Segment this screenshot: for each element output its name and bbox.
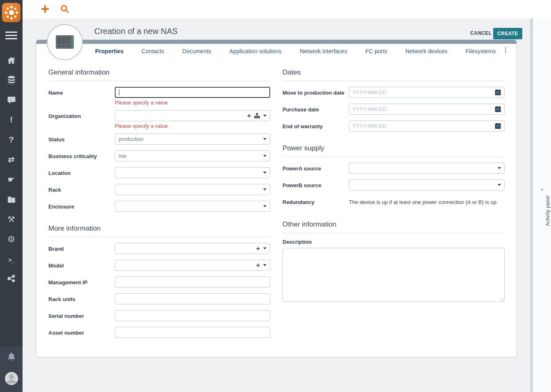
rack-select[interactable]	[115, 184, 270, 195]
description-textarea[interactable]	[282, 248, 505, 302]
quick-create-icon[interactable]	[41, 5, 50, 14]
tab-application-solutions[interactable]: Application solutions	[229, 48, 282, 54]
organization-combo[interactable]: +	[115, 110, 270, 121]
rack-label: Rack	[48, 184, 115, 195]
field-row: Rack	[48, 184, 270, 195]
management-ip-input[interactable]	[115, 276, 270, 288]
hierarchy-icon[interactable]	[254, 113, 260, 118]
tab-filesystems[interactable]: Filesystems	[465, 48, 496, 54]
transfer-icon[interactable]: ⇄	[0, 155, 23, 164]
field-row: End of warranty YYYY-MM-DD	[282, 120, 505, 131]
main-content: Creation of a new NAS CANCEL CREATE Prop…	[23, 18, 530, 392]
menu-toggle-icon[interactable]	[5, 32, 17, 41]
section-more-information: More information	[48, 224, 270, 237]
form-column-left: General information Name Please specify …	[48, 68, 270, 344]
name-input[interactable]	[115, 87, 270, 98]
itop-logo[interactable]	[2, 3, 20, 22]
card-top-strip	[36, 40, 517, 44]
section-other-information: Other information	[282, 220, 505, 233]
share-icon[interactable]	[0, 274, 23, 283]
section-general-information: General information	[48, 68, 270, 81]
dropdown-caret-icon[interactable]	[263, 115, 266, 117]
database-icon[interactable]	[0, 75, 23, 84]
global-search-icon[interactable]	[60, 5, 69, 15]
serial-number-label: Serial number	[48, 310, 115, 321]
page-title: Creation of a new NAS	[94, 27, 178, 36]
tab-documents[interactable]: Documents	[182, 48, 212, 54]
create-button[interactable]: CREATE	[493, 28, 522, 39]
text-cursor	[119, 89, 119, 95]
organization-error: Please specify a value	[115, 123, 270, 129]
status-select[interactable]: production	[115, 134, 270, 145]
field-row: Location	[48, 167, 270, 178]
dropdown-caret-icon	[263, 172, 266, 174]
tab-properties[interactable]: Properties	[95, 48, 123, 54]
helping-hand-icon[interactable]: ☛	[0, 175, 23, 184]
dropdown-caret-icon[interactable]	[263, 264, 266, 266]
nas-device-icon	[54, 33, 76, 52]
activity-panel-expand-icon[interactable]: ‹	[533, 186, 551, 193]
brand-combo[interactable]: +	[115, 243, 270, 254]
move-to-production-date-label: Move to production date	[282, 87, 349, 98]
field-row: Serial number	[48, 310, 270, 321]
business-criticality-label: Business criticality	[48, 150, 115, 161]
tab-contacts[interactable]: Contacts	[141, 48, 164, 54]
name-label: Name	[48, 87, 115, 106]
serial-number-input[interactable]	[115, 310, 270, 321]
activity-panel-collapsed[interactable]: ‹ Activity panel	[533, 18, 551, 392]
move-to-production-date-input[interactable]: YYYY-MM-DD	[349, 87, 505, 98]
dropdown-caret-icon	[263, 205, 266, 207]
tab-network-interfaces[interactable]: Network interfaces	[300, 48, 347, 54]
rack-units-input[interactable]	[115, 293, 270, 304]
calendar-icon[interactable]	[495, 106, 501, 112]
business-criticality-select[interactable]: low	[115, 150, 270, 161]
asset-number-input[interactable]	[115, 327, 270, 338]
enclosure-label: Enclosure	[48, 201, 115, 212]
object-avatar	[47, 24, 83, 60]
notifications-bell-icon[interactable]	[0, 352, 23, 362]
calendar-icon[interactable]	[495, 89, 501, 95]
field-row: Enclosure	[48, 201, 270, 212]
activity-panel-label: Activity panel	[545, 195, 551, 226]
redundancy-label: Redundancy	[282, 196, 349, 205]
add-brand-icon[interactable]: +	[256, 246, 260, 252]
field-row: Redundancy The device is up if at least …	[282, 196, 505, 205]
folder-icon[interactable]	[0, 195, 23, 204]
organization-label: Organization	[48, 110, 115, 129]
console-icon[interactable]: >_	[0, 256, 23, 265]
section-power-supply: Power supply	[282, 144, 505, 157]
tabs-overflow-icon[interactable]: ⋮	[503, 47, 509, 53]
power-b-source-select[interactable]	[349, 179, 505, 190]
tab-fc-ports[interactable]: FC ports	[365, 48, 387, 54]
help-icon[interactable]: ?	[0, 135, 23, 144]
resize-grip-icon[interactable]	[500, 297, 503, 301]
enclosure-select[interactable]	[115, 201, 270, 212]
model-label: Model	[48, 260, 115, 271]
field-row: Brand +	[48, 243, 270, 254]
cancel-button[interactable]: CANCEL	[470, 30, 492, 36]
tab-network-devices[interactable]: Network devices	[405, 48, 448, 54]
add-model-icon[interactable]: +	[256, 263, 260, 268]
tools-icon[interactable]: ⚒	[0, 215, 23, 224]
dropdown-caret-icon[interactable]	[263, 247, 266, 249]
power-a-source-select[interactable]	[349, 163, 505, 174]
model-combo[interactable]: +	[115, 260, 270, 271]
purchase-date-input[interactable]: YYYY-MM-DD	[349, 104, 505, 115]
chat-icon[interactable]	[0, 95, 23, 104]
settings-gear-icon[interactable]: ⚙	[0, 235, 23, 244]
dropdown-caret-icon	[263, 155, 266, 157]
properties-form: General information Name Please specify …	[36, 58, 516, 357]
home-icon[interactable]	[0, 56, 23, 65]
location-select[interactable]	[115, 167, 270, 178]
dropdown-caret-icon	[263, 138, 266, 140]
field-row: Business criticality low	[48, 150, 270, 161]
alert-icon[interactable]: !	[0, 115, 23, 124]
user-avatar[interactable]	[0, 372, 23, 385]
add-organization-icon[interactable]: +	[247, 113, 251, 119]
form-column-right: Dates Move to production date YYYY-MM-DD…	[282, 68, 505, 302]
field-row: Management IP	[48, 276, 270, 288]
end-of-warranty-input[interactable]: YYYY-MM-DD	[349, 120, 505, 131]
calendar-icon[interactable]	[495, 123, 501, 129]
dropdown-caret-icon	[263, 188, 266, 190]
field-row: Move to production date YYYY-MM-DD	[282, 87, 505, 98]
